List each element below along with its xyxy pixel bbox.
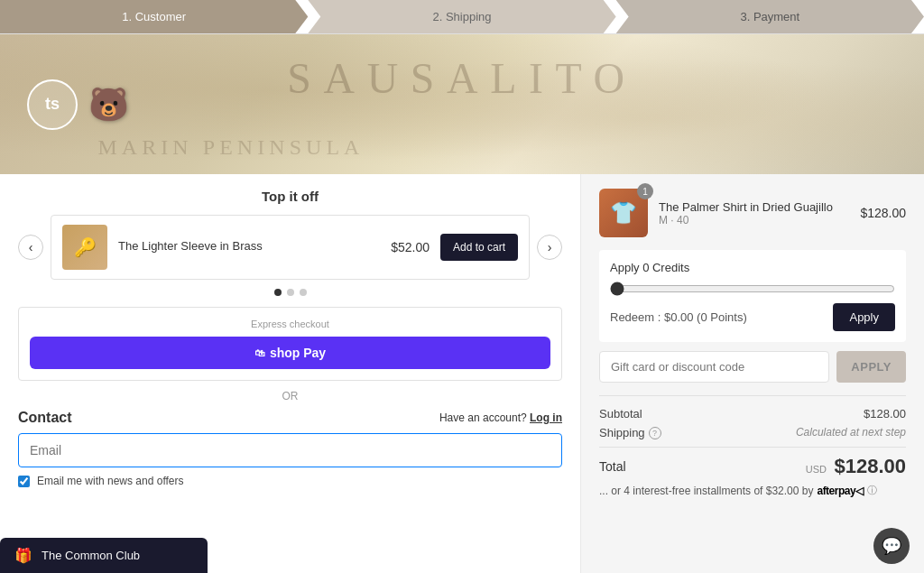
product-info: The Lighter Sleeve in Brass	[118, 239, 380, 256]
product-card: 🔑 The Lighter Sleeve in Brass $52.00 Add…	[51, 215, 530, 280]
redeem-row: Redeem : $0.00 (0 Points) Apply	[610, 303, 895, 331]
gift-icon: 🎁	[14, 547, 32, 564]
step-payment-label: 3. Payment	[740, 10, 799, 23]
redeem-label: Redeem : $0.00 (0 Points)	[610, 310, 747, 324]
subtotal-row: Subtotal $128.00	[599, 407, 906, 421]
item-variant: M · 40	[659, 214, 849, 226]
add-to-cart-button[interactable]: Add to cart	[440, 234, 518, 261]
credits-slider[interactable]	[610, 282, 895, 296]
express-label: Express checkout	[30, 319, 550, 329]
carousel-dots	[18, 289, 562, 296]
afterpay-logo: afterpay◁	[817, 485, 863, 497]
express-checkout-box: Express checkout 🛍 shop Pay	[18, 307, 562, 381]
apply-credits-button[interactable]: Apply	[833, 303, 895, 331]
login-link[interactable]: Log in	[530, 411, 562, 424]
total-row: Total USD $128.00	[599, 447, 906, 478]
dot-2	[287, 289, 294, 296]
total-label: Total	[599, 459, 626, 474]
carousel-next[interactable]: ›	[537, 235, 562, 260]
shipping-info-icon[interactable]: ?	[649, 427, 661, 439]
progress-bar: 1. Customer 2. Shipping 3. Payment	[0, 0, 924, 34]
dot-1	[274, 289, 282, 296]
discount-row: APPLY	[599, 351, 906, 383]
main-layout: Top it off ‹ 🔑 The Lighter Sleeve in Bra…	[0, 174, 924, 573]
step-customer[interactable]: 1. Customer	[0, 0, 308, 33]
contact-header: Contact Have an account? Log in	[18, 410, 562, 426]
credits-section: Apply 0 Credits Redeem : $0.00 (0 Points…	[599, 250, 906, 342]
newsletter-label: Email me with news and offers	[37, 475, 184, 487]
item-name: The Palmer Shirt in Dried Guajillo	[659, 200, 849, 214]
contact-title: Contact	[18, 410, 72, 426]
left-panel: Top it off ‹ 🔑 The Lighter Sleeve in Bra…	[0, 174, 581, 573]
or-divider: OR	[18, 390, 562, 402]
item-thumb-wrap: 👕 1	[599, 189, 648, 237]
total-amount-wrap: USD $128.00	[806, 455, 906, 478]
discount-apply-button[interactable]: APPLY	[836, 351, 906, 383]
product-carousel: ‹ 🔑 The Lighter Sleeve in Brass $52.00 A…	[18, 215, 562, 280]
common-club-bar[interactable]: 🎁 The Common Club	[0, 538, 208, 573]
step-shipping-label: 2. Shipping	[432, 10, 491, 23]
subtotal-value: $128.00	[864, 407, 906, 421]
ts-logo: ts	[27, 79, 78, 130]
total-currency: USD	[806, 464, 827, 475]
product-price: $52.00	[391, 240, 430, 254]
logo-area: ts 🐻	[27, 79, 129, 130]
order-summary: Subtotal $128.00 Shipping ? Calculated a…	[599, 395, 906, 497]
bear-icon: 🐻	[88, 86, 129, 124]
newsletter-checkbox[interactable]	[18, 476, 30, 487]
login-prompt: Have an account? Log in	[439, 411, 562, 424]
item-badge: 1	[637, 183, 653, 199]
item-price: $128.00	[860, 206, 906, 220]
credits-title: Apply 0 Credits	[610, 261, 895, 274]
product-name: The Lighter Sleeve in Brass	[118, 239, 380, 253]
total-amount: $128.00	[834, 455, 906, 477]
chat-bubble[interactable]: 💬	[873, 528, 910, 564]
carousel-prev[interactable]: ‹	[18, 235, 43, 260]
order-item: 👕 1 The Palmer Shirt in Dried Guajillo M…	[599, 189, 906, 237]
hero-text-overlay	[0, 34, 924, 174]
afterpay-info-icon[interactable]: ⓘ	[867, 484, 877, 497]
subtotal-label: Subtotal	[599, 407, 642, 421]
afterpay-row: ... or 4 interest-free installments of $…	[599, 484, 906, 497]
shipping-label: Shipping ?	[599, 426, 661, 439]
product-thumbnail: 🔑	[62, 225, 107, 270]
hero-banner: ts 🐻	[0, 34, 924, 174]
shipping-row: Shipping ? Calculated at next step	[599, 426, 906, 439]
upsell-title: Top it off	[18, 189, 562, 204]
discount-input[interactable]	[599, 351, 829, 383]
step-payment[interactable]: 3. Payment	[616, 0, 924, 33]
item-details: The Palmer Shirt in Dried Guajillo M · 4…	[659, 200, 849, 226]
dot-3	[300, 289, 307, 296]
shipping-value: Calculated at next step	[796, 426, 906, 439]
common-club-label: The Common Club	[42, 549, 140, 562]
email-input[interactable]	[18, 433, 562, 467]
newsletter-row: Email me with news and offers	[18, 475, 562, 487]
chat-icon: 💬	[882, 536, 901, 556]
afterpay-text: ... or 4 interest-free installments of $…	[599, 485, 813, 497]
step-customer-label: 1. Customer	[122, 10, 186, 23]
step-shipping[interactable]: 2. Shipping	[308, 0, 615, 33]
right-panel: 👕 1 The Palmer Shirt in Dried Guajillo M…	[581, 174, 924, 573]
shop-pay-button[interactable]: 🛍 shop Pay	[30, 337, 550, 369]
